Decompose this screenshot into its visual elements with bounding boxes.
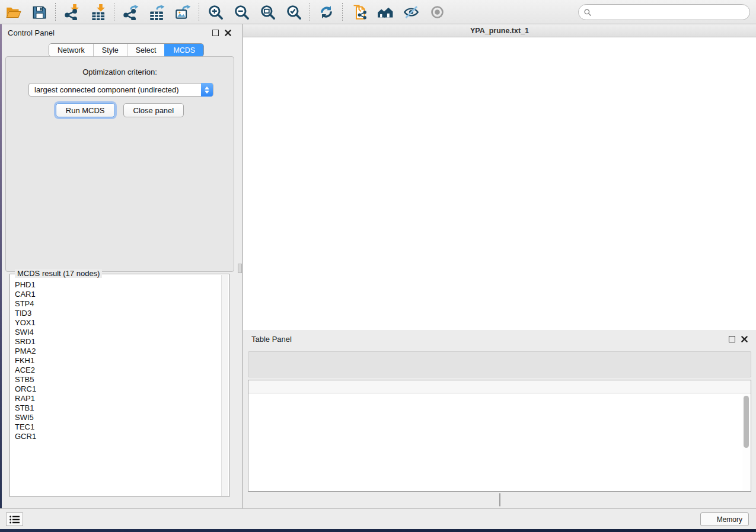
toolbar-separator [55, 3, 56, 21]
network-from-document-icon[interactable] [348, 2, 369, 22]
close-panel-icon[interactable] [225, 30, 231, 36]
mcds-result-list[interactable]: PHD1CAR1STP4TID3YOX1SWI4SRD1PMA2FKH1ACE2… [10, 277, 221, 495]
splitter-handle[interactable] [238, 264, 242, 273]
search-icon [583, 8, 592, 17]
close-panel-button[interactable]: Close panel [123, 103, 184, 117]
zoom-selected-icon[interactable] [283, 2, 304, 22]
mcds-result-item[interactable]: RAP1 [15, 394, 221, 403]
mcds-result-item[interactable]: CAR1 [15, 290, 221, 299]
network-window-titlebar[interactable]: YPA_prune.txt_1 [243, 24, 756, 37]
zoom-in-icon[interactable] [205, 2, 226, 22]
application-window: Control Panel NetworkStyleSelectMCDS Opt… [0, 0, 756, 529]
mcds-result-item[interactable]: SWI5 [15, 413, 221, 422]
node-table [248, 380, 751, 492]
toolbar-separator [342, 3, 343, 21]
import-table-icon[interactable] [87, 2, 109, 22]
mcds-result-item[interactable]: STB5 [15, 375, 221, 384]
status-bar: Memory [0, 508, 756, 529]
memory-status-icon [707, 516, 713, 523]
control-panel-title: Control Panel [8, 28, 55, 37]
dropdown-selected-value: largest connected component (undirected) [34, 85, 179, 94]
mcds-result-item[interactable]: GCR1 [15, 432, 221, 441]
tab-select[interactable]: Select [127, 44, 165, 56]
window-zoom-icon[interactable] [273, 27, 281, 35]
refresh-icon[interactable] [315, 2, 337, 22]
table-header-row [248, 380, 751, 393]
control-panel-tabs: NetworkStyleSelectMCDS [49, 43, 204, 57]
export-network-icon[interactable] [120, 2, 141, 22]
mcds-result-item[interactable]: ORC1 [15, 384, 221, 394]
close-table-panel-icon[interactable] [741, 336, 748, 342]
window-close-icon[interactable] [248, 27, 256, 35]
zoom-out-icon[interactable] [231, 2, 252, 22]
list-icon [9, 515, 20, 524]
mcds-result-item[interactable]: STB1 [15, 403, 221, 413]
table-panel-title: Table Panel [251, 335, 292, 344]
optimization-criterion-label: Optimization criterion: [6, 68, 234, 76]
main-toolbar [0, 0, 756, 24]
network-canvas[interactable] [243, 37, 756, 330]
table-scrollbar[interactable] [742, 394, 750, 491]
table-panel: Table Panel [243, 330, 756, 508]
mcds-result-item[interactable]: STP4 [15, 299, 221, 309]
hide-selected-icon[interactable] [400, 2, 422, 22]
network-graph[interactable] [243, 37, 756, 330]
mcds-result-item[interactable]: PMA2 [15, 347, 221, 356]
optimization-criterion-dropdown[interactable]: largest connected component (undirected) [28, 83, 213, 97]
show-hidden-icon[interactable] [426, 2, 448, 22]
mcds-tab-content: Optimization criterion: largest connecte… [5, 56, 234, 272]
mcds-result-item[interactable]: PHD1 [15, 280, 221, 290]
task-history-button[interactable] [6, 512, 23, 526]
memory-button[interactable]: Memory [700, 512, 749, 526]
float-table-panel-icon[interactable] [729, 336, 735, 342]
control-panel-titlebar: Control Panel [2, 24, 237, 41]
table-toolbar [248, 351, 751, 377]
zoom-fit-icon[interactable] [257, 2, 278, 22]
memory-label: Memory [717, 515, 742, 524]
table-tabs [499, 493, 500, 507]
open-folder-icon[interactable] [2, 2, 24, 22]
mcds-result-item[interactable]: SRD1 [15, 337, 221, 347]
export-table-icon[interactable] [146, 2, 167, 22]
network-title: YPA_prune.txt_1 [470, 27, 529, 35]
panel-splitter[interactable] [237, 24, 243, 508]
control-panel: Control Panel NetworkStyleSelectMCDS Opt… [2, 24, 237, 508]
mcds-result-box: MCDS result (17 nodes) PHD1CAR1STP4TID3Y… [9, 274, 229, 497]
network-view-window: YPA_prune.txt_1 [243, 24, 756, 330]
toolbar-separator [310, 3, 310, 21]
toolbar-separator [114, 3, 114, 21]
import-network-icon[interactable] [61, 2, 82, 22]
dropdown-stepper-icon [201, 83, 213, 97]
export-image-icon[interactable] [172, 2, 193, 22]
toolbar-separator [199, 3, 199, 21]
tab-network[interactable]: Network [49, 44, 93, 56]
mcds-result-item[interactable]: TEC1 [15, 422, 221, 432]
mcds-result-item[interactable]: FKH1 [15, 356, 221, 366]
mcds-list-scrollbar[interactable] [221, 275, 228, 496]
tab-mcds[interactable]: MCDS [164, 44, 203, 56]
run-mcds-button[interactable]: Run MCDS [56, 103, 115, 117]
mcds-result-item[interactable]: ACE2 [15, 366, 221, 375]
mcds-result-item[interactable]: TID3 [15, 309, 221, 318]
mcds-result-item[interactable]: SWI4 [15, 328, 221, 337]
tab-style[interactable]: Style [93, 44, 127, 56]
home-networks-icon[interactable] [374, 2, 395, 22]
search-input[interactable] [578, 4, 750, 20]
save-icon[interactable] [28, 2, 50, 22]
float-panel-icon[interactable] [212, 30, 219, 36]
window-minimize-icon[interactable] [261, 27, 269, 35]
mcds-result-item[interactable]: YOX1 [15, 318, 221, 328]
